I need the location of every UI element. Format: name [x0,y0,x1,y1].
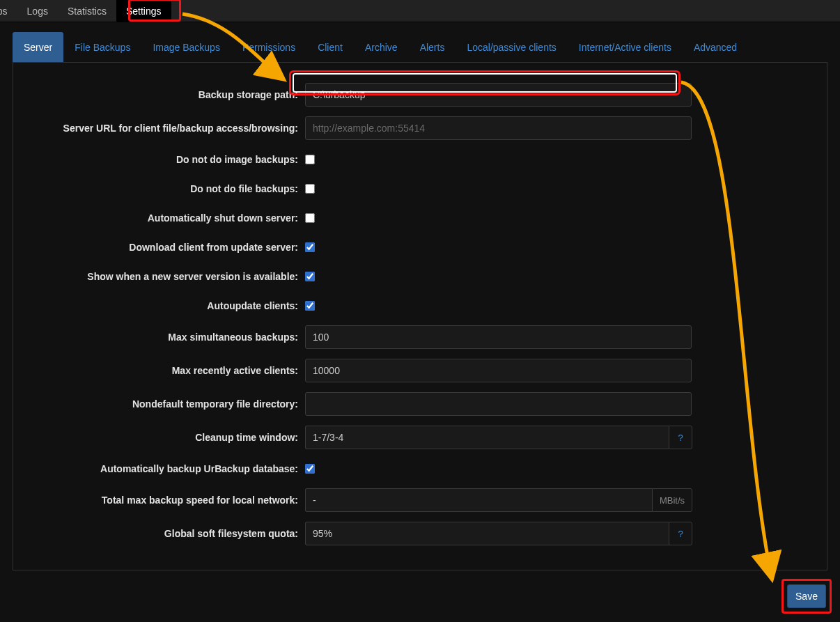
topnav-item-backups[interactable]: ups [0,0,17,22]
topnav-item-statistics[interactable]: Statistics [58,0,116,22]
checkbox-no-file[interactable] [305,184,315,194]
label-autoupdate: Autoupdate clients: [13,300,302,311]
label-max-recent: Max recently active clients: [13,365,302,376]
input-max-sim[interactable] [305,325,692,349]
save-button[interactable]: Save [787,584,826,608]
tab-client[interactable]: Client [306,32,354,62]
topnav-item-settings[interactable]: Settings [116,0,171,22]
input-quota[interactable] [305,522,669,545]
tab-file-backups[interactable]: File Backups [63,32,141,62]
top-nav: ups Logs Statistics Settings [0,0,840,22]
tab-permissions[interactable]: Permissions [231,32,306,62]
input-cleanup[interactable] [305,426,669,449]
label-dl-client: Download client from update server: [13,242,302,253]
help-quota-icon[interactable]: ? [669,522,692,545]
tab-advanced[interactable]: Advanced [683,32,748,62]
label-server-url: Server URL for client file/backup access… [13,123,302,134]
label-max-sim: Max simultaneous backups: [13,332,302,343]
input-server-url[interactable] [305,116,692,140]
label-auto-shutdown: Automatically shut down server: [13,212,302,224]
input-max-recent[interactable] [305,359,692,382]
label-auto-backup-db: Automatically backup UrBackup database: [13,463,302,474]
tab-image-backups[interactable]: Image Backups [141,32,231,62]
label-cleanup: Cleanup time window: [13,432,302,443]
tab-internet-active[interactable]: Internet/Active clients [568,32,683,62]
topnav-item-logs[interactable]: Logs [17,0,58,22]
label-quota: Global soft filesystem quota: [13,528,302,539]
tab-archive[interactable]: Archive [354,32,409,62]
label-no-file: Do not do file backups: [13,183,302,194]
tab-alerts[interactable]: Alerts [409,32,456,62]
content-area: Server File Backups Image Backups Permis… [0,22,840,570]
settings-panel: Backup storage path: Server URL for clie… [13,63,827,570]
label-show-new-ver: Show when a new server version is availa… [13,271,302,282]
tab-server[interactable]: Server [13,32,63,62]
input-backup-storage-path[interactable] [305,83,692,107]
label-tmp-dir: Nondefault temporary file directory: [13,398,302,410]
input-tmp-dir[interactable] [305,392,692,416]
checkbox-autoupdate[interactable] [305,301,315,311]
checkbox-dl-client[interactable] [305,242,315,252]
settings-subtabs: Server File Backups Image Backups Permis… [13,32,827,63]
checkbox-show-new-ver[interactable] [305,272,315,281]
help-cleanup-icon[interactable]: ? [669,426,692,449]
checkbox-auto-shutdown[interactable] [305,213,315,223]
checkbox-no-image[interactable] [305,155,315,164]
tab-local-passive[interactable]: Local/passive clients [456,32,567,62]
label-max-speed: Total max backup speed for local network… [13,495,302,506]
label-no-image: Do not do image backups: [13,154,302,165]
checkbox-auto-backup-db[interactable] [305,464,315,474]
label-backup-storage-path: Backup storage path: [13,89,302,100]
unit-mbits: MBit/s [652,488,692,512]
input-max-speed[interactable] [305,488,652,512]
